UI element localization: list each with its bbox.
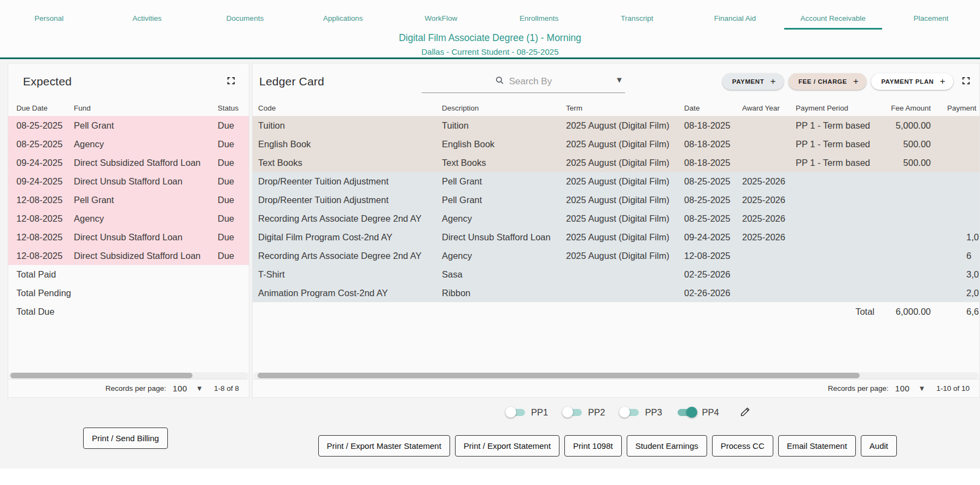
term-cell: 2025 August (Digital Film) bbox=[566, 195, 684, 205]
ledger-row[interactable]: English Book English Book 2025 August (D… bbox=[253, 135, 979, 153]
expected-row[interactable]: 09-24-2025 Direct Unsub Stafford Loan Du… bbox=[8, 172, 249, 190]
expected-row[interactable]: 12-08-2025 Direct Subsidized Stafford Lo… bbox=[8, 246, 249, 265]
ledger-row[interactable]: Tuition Tuition 2025 August (Digital Fil… bbox=[253, 116, 979, 135]
code-cell: Animation Program Cost-2nd AY bbox=[258, 288, 442, 298]
records-per-page-value[interactable]: 100 bbox=[173, 384, 188, 393]
expected-row[interactable]: 12-08-2025 Direct Unsub Stafford Loan Du… bbox=[8, 228, 249, 246]
due-date-cell: 12-08-2025 bbox=[16, 251, 74, 261]
records-per-page-label: Records per page: bbox=[828, 384, 889, 392]
pp4-switch[interactable] bbox=[676, 407, 697, 418]
scrollbar-thumb[interactable] bbox=[10, 373, 192, 378]
fee-amount-cell: 500.00 bbox=[879, 158, 931, 168]
records-per-page-value[interactable]: 100 bbox=[895, 384, 910, 393]
main-content: Expected Due Date Fund Status 08-25-2025… bbox=[0, 59, 980, 398]
date-cell: 02-26-2026 bbox=[684, 288, 742, 298]
pp2-label: PP2 bbox=[588, 407, 605, 418]
expected-row[interactable]: 12-08-2025 Pell Grant Due bbox=[8, 190, 249, 209]
toggle-pp1[interactable]: PP1 bbox=[505, 407, 548, 418]
col-description: Description bbox=[442, 104, 566, 112]
pp1-label: PP1 bbox=[531, 407, 548, 418]
tab-account-receivable[interactable]: Account Receivable bbox=[784, 11, 882, 30]
email-statement-button[interactable]: Email Statement bbox=[778, 435, 856, 457]
expected-horizontal-scrollbar[interactable] bbox=[9, 372, 248, 379]
code-cell: Tuition bbox=[258, 120, 442, 131]
status-cell: Due bbox=[218, 195, 249, 205]
toggle-pp3[interactable]: PP3 bbox=[619, 407, 662, 418]
ledger-row[interactable]: Drop/Reenter Tuition Adjustment Pell Gra… bbox=[253, 172, 979, 190]
tab-enrollments[interactable]: Enrollments bbox=[490, 11, 588, 30]
tab-personal[interactable]: Personal bbox=[0, 11, 98, 30]
date-cell: 08-18-2025 bbox=[684, 139, 742, 149]
date-cell: 02-25-2026 bbox=[684, 269, 742, 280]
ledger-title: Ledger Card bbox=[259, 75, 324, 88]
payment-add-button[interactable]: PAYMENT + bbox=[722, 73, 784, 90]
payment-cell: 3,0 bbox=[931, 269, 980, 280]
record-range: 1-8 of 8 bbox=[214, 384, 239, 392]
per-page-dropdown-icon[interactable]: ▼ bbox=[196, 384, 203, 392]
expected-row[interactable]: 09-24-2025 Direct Subsidized Stafford Lo… bbox=[8, 153, 249, 172]
edit-payment-periods-button[interactable] bbox=[740, 406, 751, 419]
ledger-horizontal-scrollbar[interactable] bbox=[253, 372, 979, 379]
scrollbar-thumb[interactable] bbox=[258, 373, 860, 378]
expected-panel-header: Expected bbox=[8, 63, 249, 100]
description-cell: Agency bbox=[442, 213, 566, 224]
due-date-cell: 12-08-2025 bbox=[16, 195, 74, 205]
print-1098t-button[interactable]: Print 1098t bbox=[564, 435, 622, 457]
print-export-statement-button[interactable]: Print / Export Statement bbox=[455, 435, 559, 457]
tab-transcript[interactable]: Transcript bbox=[588, 11, 686, 30]
pp1-switch[interactable] bbox=[505, 407, 526, 418]
expected-row[interactable]: 08-25-2025 Agency Due bbox=[8, 135, 249, 153]
ledger-row[interactable]: Text Books Text Books 2025 August (Digit… bbox=[253, 153, 979, 172]
expected-row[interactable]: 08-25-2025 Pell Grant Due bbox=[8, 116, 249, 135]
description-cell: Ribbon bbox=[442, 288, 566, 298]
col-status: Status bbox=[218, 104, 249, 112]
pp3-switch[interactable] bbox=[619, 407, 640, 418]
tab-activities[interactable]: Activities bbox=[98, 11, 196, 30]
description-cell: Pell Grant bbox=[442, 176, 566, 187]
tab-workflow[interactable]: WorkFlow bbox=[392, 11, 490, 30]
search-dropdown-icon[interactable]: ▼ bbox=[615, 75, 623, 84]
total-label: Total bbox=[796, 307, 879, 317]
fee-charge-add-button[interactable]: FEE / CHARGE + bbox=[789, 73, 867, 90]
student-earnings-button[interactable]: Student Earnings bbox=[627, 435, 707, 457]
term-cell: 2025 August (Digital Film) bbox=[566, 213, 684, 224]
term-cell: 2025 August (Digital Film) bbox=[566, 176, 684, 187]
date-cell: 08-25-2025 bbox=[684, 176, 742, 187]
status-cell: Due bbox=[218, 213, 249, 224]
due-date-cell: 12-08-2025 bbox=[16, 213, 74, 224]
code-cell: T-Shirt bbox=[258, 269, 442, 280]
tab-applications[interactable]: Applications bbox=[294, 11, 392, 30]
ledger-expand-button[interactable] bbox=[961, 76, 971, 87]
per-page-dropdown-icon[interactable]: ▼ bbox=[918, 384, 925, 392]
process-cc-button[interactable]: Process CC bbox=[712, 435, 773, 457]
ledger-row[interactable]: Animation Program Cost-2nd AY Ribbon 02-… bbox=[253, 284, 979, 302]
status-cell: Due bbox=[218, 232, 249, 242]
ledger-row[interactable]: Recording Arts Associate Degree 2nd AY A… bbox=[253, 246, 979, 265]
audit-button[interactable]: Audit bbox=[861, 435, 897, 457]
ledger-search-input[interactable]: Search By ▼ bbox=[422, 70, 625, 93]
payment-period-cell: PP 1 - Term based bbox=[796, 120, 879, 131]
tab-financial-aid[interactable]: Financial Aid bbox=[686, 11, 784, 30]
toggle-pp2[interactable]: PP2 bbox=[562, 407, 605, 418]
description-cell: English Book bbox=[442, 139, 566, 149]
status-cell: Due bbox=[218, 176, 249, 187]
description-cell: Agency bbox=[442, 251, 566, 261]
payment-period-toggles: PP1 PP2 PP3 PP4 bbox=[0, 398, 980, 426]
expected-expand-button[interactable] bbox=[226, 76, 236, 87]
print-export-master-statement-button[interactable]: Print / Export Master Statement bbox=[318, 435, 450, 457]
payment-plan-add-button[interactable]: PAYMENT PLAN + bbox=[871, 73, 953, 90]
expected-row[interactable]: 12-08-2025 Agency Due bbox=[8, 209, 249, 228]
term-cell: 2025 August (Digital Film) bbox=[566, 139, 684, 149]
pp2-switch[interactable] bbox=[562, 407, 583, 418]
ledger-row[interactable]: T-Shirt Sasa 02-25-2026 3,0 bbox=[253, 265, 979, 284]
ledger-row[interactable]: Recording Arts Associate Degree 2nd AY A… bbox=[253, 209, 979, 228]
print-send-billing-button[interactable]: Print / Send Billing bbox=[83, 428, 168, 449]
record-range: 1-10 of 10 bbox=[936, 384, 970, 392]
fund-cell: Direct Subsidized Stafford Loan bbox=[74, 251, 218, 261]
toggle-pp4[interactable]: PP4 bbox=[676, 407, 719, 418]
tab-placement[interactable]: Placement bbox=[882, 11, 980, 30]
tab-documents[interactable]: Documents bbox=[196, 11, 294, 30]
payment-cell: 2,0 bbox=[931, 288, 980, 298]
ledger-row[interactable]: Drop/Reenter Tuition Adjustment Pell Gra… bbox=[253, 190, 979, 209]
ledger-row[interactable]: Digital Film Program Cost-2nd AY Direct … bbox=[253, 228, 979, 246]
